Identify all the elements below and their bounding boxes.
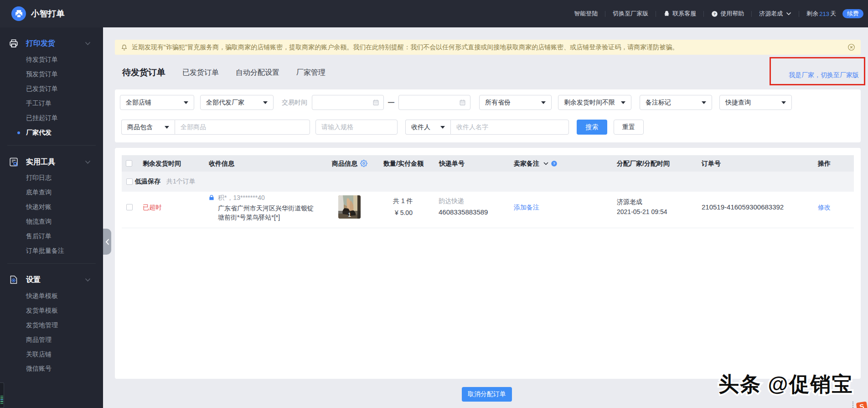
smart-login-link[interactable]: 智能登陆	[574, 10, 598, 18]
calendar-icon	[372, 99, 379, 107]
address-line1: 广东省广州市天河区兴华街道银锭	[218, 204, 314, 213]
filter-panel: 全部店铺 全部代发厂家 交易时间 —	[115, 89, 861, 142]
sidebar-item-held-orders[interactable]: 已挂起订单	[26, 114, 58, 122]
tab-shipped-orders[interactable]: 已发货订单	[182, 68, 219, 78]
sidebar-section-settings[interactable]: 设置	[0, 272, 103, 288]
amount-cell: ¥ 5.00	[395, 209, 413, 216]
sidebar-item-aftersale-orders[interactable]: 售后订单	[26, 232, 52, 241]
quick-query-select[interactable]: 快捷查询	[719, 95, 792, 110]
renew-button[interactable]: 续费	[842, 9, 863, 18]
col-tracking-no: 快递单号	[439, 155, 465, 172]
sidebar-item-ship-address[interactable]: 发货地管理	[26, 321, 58, 330]
gear-icon[interactable]	[360, 160, 367, 167]
tab-factory-manage[interactable]: 厂家管理	[296, 68, 326, 78]
sidebar-item-print-log[interactable]: 打印日志	[26, 174, 52, 182]
caret-down-icon	[263, 101, 268, 104]
tab-pending-orders[interactable]: 待发货订单	[122, 67, 165, 78]
switch-factory-link[interactable]: 切换至厂家版	[613, 10, 648, 18]
shop-select-value: 全部店铺	[126, 99, 151, 107]
sidebar-item-shipped-orders[interactable]: 已发货订单	[26, 85, 58, 93]
receiver-select-value: 收件人	[411, 123, 430, 131]
sidebar-item-ship-template[interactable]: 发货单模板	[26, 307, 58, 315]
quick-query-select-value: 快捷查询	[725, 99, 751, 107]
chevron-down-icon	[786, 12, 791, 16]
sidebar-item-wechat-account[interactable]: 微信账号	[26, 365, 52, 373]
sidebar-item-pending-orders[interactable]: 待发货订单	[26, 56, 58, 64]
trade-time-end-input[interactable]	[398, 95, 470, 110]
sidebar-item-manual-orders[interactable]: 手工订单	[26, 99, 52, 108]
help-link[interactable]: ? 使用帮助	[711, 10, 744, 18]
caret-down-icon	[541, 101, 546, 104]
group-count: 共1个订单	[166, 178, 196, 186]
remain-suffix: 天	[830, 10, 836, 18]
notice-close-icon[interactable]	[847, 43, 855, 51]
assigned-factory: 济源老成	[617, 198, 642, 206]
product-contain-value: 商品包含	[127, 123, 153, 131]
main-content: 近期发现有“诈骗犯”冒充服务商，骗取商家的店铺账密，提取商家的账户余额。我们在此…	[103, 27, 868, 408]
sidebar-item-logistics-query[interactable]: 物流查询	[26, 218, 52, 226]
shop-select[interactable]: 全部店铺	[120, 95, 194, 110]
sidebar-item-batch-remark[interactable]: 订单批量备注	[26, 247, 64, 255]
col-qty-amount: 数量/实付金额	[383, 155, 424, 172]
select-all-checkbox[interactable]	[126, 160, 132, 167]
lock-icon	[208, 194, 215, 202]
factory-select-value: 全部代发厂家	[206, 99, 244, 107]
sidebar-section-print-ship[interactable]: 打印发货	[0, 36, 103, 51]
tools-search-icon	[9, 157, 19, 167]
caret-down-icon	[781, 101, 786, 104]
spec-input[interactable]: 请输入规格	[315, 120, 398, 135]
sidebar-item-factory-dropship[interactable]: 厂家代发	[26, 129, 52, 137]
app-title: 小智打单	[31, 8, 65, 19]
receiver-select[interactable]: 收件人	[405, 120, 450, 135]
sidebar-item-receipt-query[interactable]: 底单查询	[26, 188, 52, 197]
tracking-number: 4608335883589	[439, 208, 488, 216]
product-contain-select[interactable]: 商品包含	[121, 120, 175, 135]
factory-select[interactable]: 全部代发厂家	[200, 95, 274, 110]
sidebar-item-express-template[interactable]: 快递单模板	[26, 292, 58, 300]
search-button[interactable]: 搜索	[577, 120, 607, 135]
question-help-icon[interactable]: ?	[551, 160, 558, 167]
chevron-down-icon[interactable]	[543, 162, 548, 165]
sidebar-item-linked-shops[interactable]: 关联店铺	[26, 350, 52, 359]
section-title: 实用工具	[26, 157, 55, 167]
col-factory-time: 分配厂家/分配时间	[617, 155, 670, 172]
product-input[interactable]: 全部商品	[175, 120, 310, 135]
svg-text:?: ?	[713, 12, 716, 16]
thumb-count-badge: 1	[338, 211, 361, 219]
col-receiver-info: 收件信息	[209, 155, 234, 172]
sidebar-item-express-reconcile[interactable]: 快递对账	[26, 203, 52, 211]
receiver-name-input[interactable]: 收件人名字	[450, 120, 569, 135]
trade-time-start-input[interactable]	[312, 95, 384, 110]
remark-mark-select[interactable]: 备注标记	[640, 95, 712, 110]
user-menu[interactable]: 济源老成	[759, 10, 791, 18]
address-line2: 塘前街*号菜鸟驿站*[*]	[218, 214, 280, 222]
group-checkbox[interactable]	[126, 178, 133, 185]
sidebar-item-product-manage[interactable]: 商品管理	[26, 336, 52, 344]
question-circle-icon: ?	[711, 10, 718, 17]
sidebar-section-tools[interactable]: 实用工具	[0, 154, 103, 170]
caret-down-icon	[440, 126, 445, 129]
contact-service-link[interactable]: 联系客服	[663, 10, 696, 18]
sidebar-collapse-handle[interactable]	[103, 229, 111, 255]
col-order-no: 订单号	[702, 155, 721, 172]
col-remain-time: 剩余发货时间	[143, 155, 181, 172]
separator	[605, 11, 605, 17]
remain-time-select[interactable]: 剩余发货时间不限	[558, 95, 631, 110]
province-select[interactable]: 所有省份	[479, 95, 552, 110]
product-thumbnail[interactable]: 1	[338, 195, 361, 219]
username-label: 济源老成	[759, 10, 783, 18]
group-row: 低温保存 共1个订单	[122, 172, 854, 192]
add-remark-link[interactable]: 添加备注	[514, 204, 539, 212]
cancel-assign-button[interactable]: 取消分配订单	[462, 387, 512, 402]
switch-to-factory-link[interactable]: 我是厂家，切换至厂家版	[789, 71, 859, 79]
tab-auto-assign-settings[interactable]: 自动分配设置	[236, 68, 279, 78]
reset-button[interactable]: 重置	[614, 120, 644, 135]
product-placeholder: 全部商品	[181, 123, 206, 131]
sidebar-item-preship-orders[interactable]: 预发货订单	[26, 70, 58, 78]
modify-link[interactable]: 修改	[818, 204, 831, 212]
row-checkbox[interactable]	[126, 204, 133, 210]
sidebar: 打印发货 待发货订单 预发货订单 已发货订单 手工订单 已挂起订单 厂家代发 实…	[0, 27, 103, 408]
order-row: 已超时 积*，13*******40 广东省广州市天河区兴华街道银锭 塘前街*号…	[122, 192, 854, 228]
remain-time-select-value: 剩余发货时间不限	[564, 99, 615, 107]
app-logo: 小智打单	[11, 6, 65, 21]
